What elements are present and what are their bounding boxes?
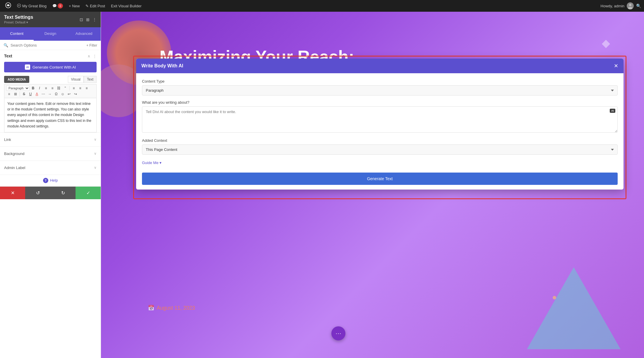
text-color-button[interactable]: A (34, 91, 40, 97)
sidebar-header: Text Settings Preset: Default ▾ ⊡ ⊞ ⋮ (0, 12, 101, 27)
align-center-button[interactable]: ≡ (77, 86, 83, 91)
exit-builder-item[interactable]: Exit Visual Builder (109, 0, 144, 12)
accordion-admin-label[interactable]: Admin Label ∨ (0, 161, 101, 175)
toolbar-separator (69, 86, 70, 91)
ai-modal-dialog: Write Body With AI ✕ Content Type Paragr… (136, 59, 624, 190)
blog-name: My Great Blog (22, 4, 47, 8)
sidebar: Text Settings Preset: Default ▾ ⊡ ⊞ ⋮ Co… (0, 12, 101, 358)
guide-me-button[interactable]: Guide Me ▾ (142, 159, 162, 166)
table-button[interactable]: ⊞ (13, 91, 18, 97)
edit-post-item[interactable]: ✎ Edit Post (83, 0, 107, 12)
media-toolbar: ADD MEDIA Visual Text (4, 76, 97, 83)
tab-design[interactable]: Design (34, 27, 67, 41)
ai-badge: AI (610, 109, 615, 113)
added-context-select[interactable]: This Page Content None Custom (142, 144, 618, 155)
layout-icon[interactable]: ⊞ (86, 17, 90, 22)
unordered-list-button[interactable]: ≡ (43, 86, 49, 91)
chevron-down-icon-bg: ∨ (94, 151, 97, 156)
emoji-button[interactable]: ☺ (60, 91, 66, 97)
new-label: + New (69, 4, 80, 8)
generate-ai-button[interactable]: AI Generate Content With AI (4, 62, 97, 72)
sidebar-title: Text Settings (4, 15, 33, 20)
new-item[interactable]: + New (66, 0, 82, 12)
blog-name-item[interactable]: My Great Blog (15, 0, 49, 12)
tab-visual[interactable]: Visual (68, 76, 84, 83)
strikethrough-button[interactable]: S (21, 91, 27, 97)
cancel-button[interactable]: ✕ (0, 187, 25, 199)
date-text: 📅 August 11, 2023 (148, 305, 195, 311)
ordered-list-button[interactable]: ≡ (49, 86, 55, 91)
accordion-background[interactable]: Background ∨ (0, 146, 101, 161)
toolbar-separator-2 (20, 92, 20, 96)
svg-point-2 (17, 4, 21, 7)
search-icon[interactable]: 🔍 (636, 4, 641, 8)
tab-advanced[interactable]: Advanced (67, 27, 101, 41)
content-type-field: Content Type Paragraph List Heading Cust… (142, 79, 618, 96)
add-media-button[interactable]: ADD MEDIA (4, 76, 29, 83)
added-context-label: Added Context (142, 138, 618, 143)
indent-button[interactable]: → (47, 91, 53, 97)
editor-toolbar: Paragraph Heading 1 Heading 2 B I ≡ ≡ ⛓ … (4, 84, 97, 98)
writing-about-textarea[interactable] (142, 106, 618, 133)
calendar-icon: 📅 (148, 305, 154, 311)
svg-point-4 (628, 7, 633, 9)
chevron-down-icon: ▾ (160, 161, 162, 165)
content-type-select[interactable]: Paragraph List Heading Custom (142, 85, 618, 96)
modal-footer: Generate Text (136, 169, 624, 190)
filter-button[interactable]: + Filter (86, 43, 97, 47)
howdy-label: Howdy, admin (601, 4, 624, 8)
main-layout: Text Settings Preset: Default ▾ ⊡ ⊞ ⋮ Co… (0, 12, 644, 358)
italic-button[interactable]: I (37, 86, 42, 91)
more-tools-button[interactable]: ⋯ (40, 91, 46, 97)
bold-button[interactable]: B (30, 86, 36, 91)
admin-bar: My Great Blog 💬 0 + New ✎ Edit Post Exit… (0, 0, 644, 12)
floating-action-button[interactable]: ⋯ (331, 326, 345, 340)
comments-badge: 0 (58, 3, 63, 8)
sidebar-header-icons: ⊡ ⊞ ⋮ (80, 17, 97, 22)
special-chars-button[interactable]: Ω (53, 91, 59, 97)
underline-button[interactable]: U (28, 91, 33, 97)
search-icon: 🔍 (4, 43, 8, 47)
blockquote-button[interactable]: " (62, 86, 68, 91)
chevron-down-icon-admin: ∨ (94, 166, 97, 170)
modal-body: Content Type Paragraph List Heading Cust… (136, 73, 624, 169)
paragraph-select[interactable]: Paragraph Heading 1 Heading 2 (6, 86, 30, 91)
body-section: ADD MEDIA Visual Text Paragraph Heading … (0, 76, 101, 132)
tab-content[interactable]: Content (0, 27, 34, 41)
undo-btn[interactable]: ↩ (66, 91, 72, 97)
help-bar: ? Help (0, 175, 101, 186)
sidebar-preset[interactable]: Preset: Default ▾ (4, 21, 33, 24)
modal-close-button[interactable]: ✕ (614, 63, 618, 69)
save-button[interactable]: ✓ (76, 187, 101, 199)
sidebar-search: 🔍 + Filter (0, 41, 101, 50)
redo-button[interactable]: ↻ (50, 187, 76, 199)
align-right-button[interactable]: ≡ (84, 86, 90, 91)
tab-text[interactable]: Text (84, 76, 97, 83)
admin-bar-right: Howdy, admin 🔍 (601, 2, 641, 9)
writing-about-field: What are you writing about? AI (142, 100, 618, 134)
content-type-label: Content Type (142, 79, 618, 83)
align-left-button[interactable]: ≡ (71, 86, 77, 91)
help-button[interactable]: ? Help (43, 178, 58, 183)
accordion-link[interactable]: Link ∨ (0, 132, 101, 146)
align-justify-button[interactable]: ≡ (6, 91, 12, 97)
modal-title: Write Body With AI (141, 63, 183, 69)
link-button[interactable]: ⛓ (56, 86, 62, 91)
more-icon[interactable]: ⋮ (93, 17, 97, 22)
help-icon: ? (43, 178, 48, 183)
comments-item[interactable]: 💬 0 (50, 0, 65, 12)
comment-icon: 💬 (52, 4, 57, 8)
undo-button[interactable]: ↺ (25, 187, 50, 199)
ai-badge-icon: AI (25, 64, 30, 70)
svg-point-1 (7, 4, 9, 6)
wp-logo-item[interactable] (3, 0, 13, 12)
bg-decoration-triangle (527, 267, 621, 349)
editor-content[interactable]: Your content goes here. Edit or remove t… (4, 98, 97, 132)
main-content: Maximizing Your Reach: al Media ies for … (101, 12, 644, 358)
view-icon[interactable]: ⊡ (80, 17, 83, 22)
search-input[interactable] (11, 43, 84, 47)
collapse-icon[interactable]: ∧ (88, 54, 90, 58)
generate-text-button[interactable]: Generate Text (142, 173, 618, 185)
options-icon[interactable]: ⋮ (93, 54, 97, 58)
redo-btn[interactable]: ↪ (73, 91, 78, 97)
